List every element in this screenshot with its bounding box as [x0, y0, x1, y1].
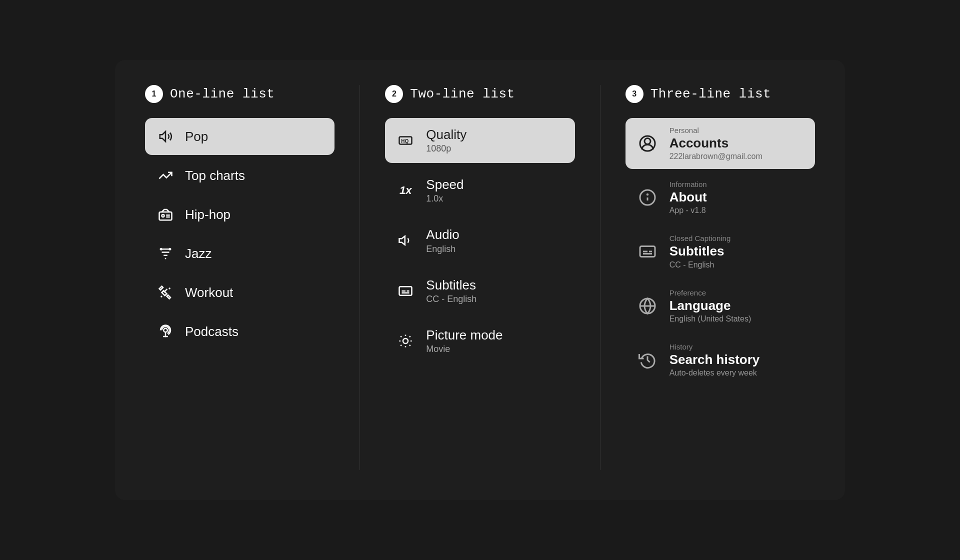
about-primary: About: [670, 190, 707, 205]
svg-marker-13: [400, 236, 405, 246]
subtitles-text: Subtitles CC - English: [426, 278, 476, 304]
list-item-accounts[interactable]: Personal Accounts 222larabrown@gmail.com: [626, 118, 815, 169]
subtitles-cc-text: Closed Captioning Subtitles CC - English: [670, 234, 731, 269]
svg-line-21: [401, 336, 402, 337]
audio-secondary: English: [426, 244, 460, 254]
brightness-icon: [396, 332, 415, 350]
list-item-top-charts[interactable]: Top charts: [145, 157, 334, 194]
speed-icon: 1x: [396, 181, 415, 200]
audio-primary: Audio: [426, 227, 460, 242]
picture-mode-text: Picture mode Movie: [426, 328, 502, 354]
section-title-2: Two-line list: [410, 86, 514, 102]
podcasts-label: Podcasts: [185, 324, 238, 340]
quality-primary: Quality: [426, 127, 466, 142]
two-line-column: 2 Two-line list HQ Quality 1080p 1x Spee…: [365, 85, 594, 470]
section-number-1: 1: [145, 85, 163, 103]
pop-label: Pop: [185, 129, 208, 144]
subtitles-box-icon: [636, 240, 658, 262]
list-item-pop[interactable]: Pop: [145, 118, 334, 155]
list-item-quality[interactable]: HQ Quality 1080p: [385, 118, 574, 163]
accounts-secondary: 222larabrown@gmail.com: [670, 152, 762, 161]
search-history-primary: Search history: [670, 352, 760, 368]
section-header-1: 1 One-line list: [145, 85, 334, 103]
three-line-column: 3 Three-line list Personal Accounts 222l…: [606, 85, 815, 470]
list-item-podcasts[interactable]: Podcasts: [145, 313, 334, 350]
section-number-3: 3: [626, 85, 644, 103]
picture-mode-secondary: Movie: [426, 344, 502, 354]
list-item-subtitles[interactable]: Subtitles CC - English: [385, 268, 574, 314]
volume-icon: [396, 231, 415, 250]
main-container: 1 One-line list Pop Top charts: [115, 60, 845, 500]
svg-point-28: [644, 138, 650, 144]
subtitles-primary: Subtitles: [426, 278, 476, 293]
history-icon: [636, 349, 658, 371]
about-secondary: App - v1.8: [670, 206, 707, 215]
one-line-column: 1 One-line list Pop Top charts: [145, 85, 354, 470]
list-item-workout[interactable]: Workout: [145, 274, 334, 311]
svg-point-9: [160, 248, 162, 250]
jazz-label: Jazz: [185, 246, 212, 262]
svg-point-8: [168, 248, 171, 250]
subtitles-icon: [396, 282, 415, 300]
list-item-search-history[interactable]: History Search history Auto-deletes ever…: [626, 334, 815, 386]
list-item-jazz[interactable]: Jazz: [145, 235, 334, 272]
quality-text: Quality 1080p: [426, 127, 466, 154]
podcasts-icon: [156, 322, 175, 341]
language-overline: Preference: [670, 288, 752, 297]
svg-rect-0: [160, 212, 172, 220]
subtitles-cc-secondary: CC - English: [670, 260, 731, 270]
megaphone-icon: [156, 127, 175, 146]
section-title-1: One-line list: [170, 86, 274, 102]
about-text: Information About App - v1.8: [670, 180, 707, 215]
picture-mode-primary: Picture mode: [426, 328, 502, 343]
subtitles-secondary: CC - English: [426, 294, 476, 304]
language-primary: Language: [670, 298, 752, 314]
globe-icon: [636, 295, 658, 317]
svg-point-1: [162, 214, 164, 217]
accounts-primary: Accounts: [670, 136, 762, 151]
svg-point-10: [164, 328, 168, 332]
divider-2: [600, 85, 600, 470]
svg-line-25: [401, 345, 402, 346]
svg-line-26: [410, 336, 410, 337]
music-filter-icon: [156, 244, 175, 263]
divider-1: [360, 85, 360, 470]
language-secondary: English (United States): [670, 314, 752, 324]
list-item-about[interactable]: Information About App - v1.8: [626, 172, 815, 223]
hip-hop-label: Hip-hop: [185, 207, 230, 222]
language-text: Preference Language English (United Stat…: [670, 288, 752, 324]
svg-line-22: [410, 345, 410, 346]
list-item-subtitles-cc[interactable]: Closed Captioning Subtitles CC - English: [626, 226, 815, 277]
radio-icon: [156, 205, 175, 224]
list-item-picture-mode[interactable]: Picture mode Movie: [385, 318, 574, 364]
list-item-speed[interactable]: 1x Speed 1.0x: [385, 168, 574, 213]
speed-text: Speed 1.0x: [426, 177, 464, 204]
audio-text: Audio English: [426, 227, 460, 254]
subtitles-cc-overline: Closed Captioning: [670, 234, 731, 242]
speed-primary: Speed: [426, 177, 464, 192]
section-header-2: 2 Two-line list: [385, 85, 574, 103]
section-number-2: 2: [385, 85, 403, 103]
hd-icon: HQ: [396, 131, 415, 150]
workout-label: Workout: [185, 285, 233, 300]
speed-secondary: 1.0x: [426, 194, 464, 204]
section-header-3: 3 Three-line list: [626, 85, 815, 103]
search-history-secondary: Auto-deletes every week: [670, 368, 760, 378]
search-history-overline: History: [670, 342, 760, 351]
list-item-audio[interactable]: Audio English: [385, 218, 574, 263]
accounts-overline: Personal: [670, 126, 762, 134]
trending-up-icon: [156, 166, 175, 185]
info-circle-icon: [636, 186, 658, 208]
quality-secondary: 1080p: [426, 144, 466, 154]
section-title-3: Three-line list: [650, 86, 772, 102]
list-item-hip-hop[interactable]: Hip-hop: [145, 196, 334, 233]
list-item-language[interactable]: Preference Language English (United Stat…: [626, 280, 815, 332]
svg-text:HQ: HQ: [402, 138, 409, 144]
subtitles-cc-primary: Subtitles: [670, 244, 731, 259]
account-circle-icon: [636, 132, 658, 154]
workout-icon: [156, 283, 175, 302]
about-overline: Information: [670, 180, 707, 188]
top-charts-label: Top charts: [185, 168, 245, 184]
search-history-text: History Search history Auto-deletes ever…: [670, 342, 760, 378]
accounts-text: Personal Accounts 222larabrown@gmail.com: [670, 126, 762, 161]
